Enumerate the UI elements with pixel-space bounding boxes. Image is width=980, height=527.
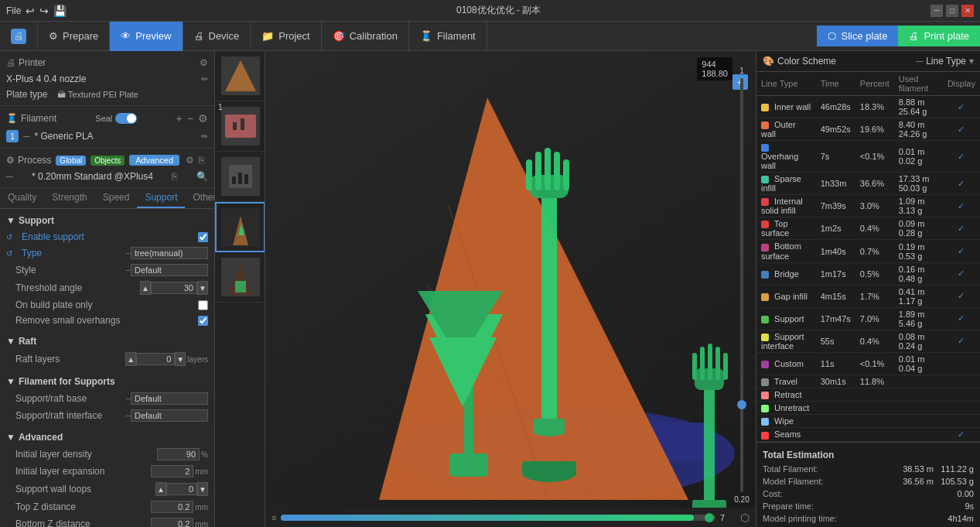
raft-increase-button[interactable]: ▼: [175, 352, 186, 366]
svg-rect-56: [708, 344, 712, 380]
profile-copy-icon[interactable]: ⎘: [172, 171, 177, 182]
slider-track[interactable]: [740, 78, 743, 492]
vertical-slider[interactable]: 1 0.20: [734, 67, 750, 504]
progress-thumb[interactable]: [705, 513, 714, 522]
threshold-decrease-button[interactable]: ▲: [140, 281, 151, 295]
model-printing-row: Model printing time: 4h14m: [763, 512, 974, 525]
close-button[interactable]: ✕: [961, 5, 974, 17]
advanced-toggle[interactable]: Advanced: [129, 155, 179, 166]
row-percent-6: 0.7%: [855, 240, 894, 262]
support-raft-interface-select[interactable]: Default: [131, 409, 208, 422]
row-filament-3: 17.33 m 50.03 g: [894, 173, 943, 195]
thumbnail-5[interactable]: [215, 252, 265, 303]
loops-decrease-button[interactable]: ▲: [155, 482, 166, 496]
initial-layer-expansion-input[interactable]: [151, 465, 193, 477]
row-time-16: [816, 428, 855, 442]
global-tag[interactable]: Global: [56, 156, 86, 166]
thumbnail-3[interactable]: [215, 152, 265, 202]
nav-home[interactable]: 🖨: [0, 22, 38, 51]
layers-icon[interactable]: ⬡: [740, 512, 750, 524]
file-menu[interactable]: File: [6, 5, 21, 16]
device-label: Device: [209, 30, 240, 42]
filament-item-edit-icon[interactable]: ✏: [201, 132, 208, 142]
process-settings-icon[interactable]: ⚙: [186, 155, 194, 166]
adv-expand-icon[interactable]: ▼: [6, 432, 15, 443]
expand-icon[interactable]: ▼: [6, 215, 15, 226]
slice-plate-button[interactable]: ⬡ Slice plate: [817, 26, 898, 46]
style-select[interactable]: Default: [131, 264, 208, 276]
undo-btn[interactable]: ↩: [26, 5, 35, 17]
color-row-3: Sparse infill 1h33m 36.6% 17.33 m 50.03 …: [756, 173, 980, 195]
svg-rect-52: [704, 384, 715, 508]
maximize-button[interactable]: □: [946, 5, 958, 17]
row-display-7: ✓: [943, 262, 980, 285]
objects-tag[interactable]: Objects: [90, 156, 125, 166]
enable-support-checkbox[interactable]: [198, 232, 208, 242]
thumbnail-4[interactable]: [215, 202, 265, 252]
preview-label: Preview: [135, 30, 171, 42]
raft-expand-icon[interactable]: ▼: [6, 336, 15, 347]
row-name-7: Bridge: [756, 262, 816, 285]
nav-device[interactable]: 🖨 Device: [183, 22, 251, 51]
print-plate-label: Print plate: [924, 30, 969, 42]
filament-header-row: 🧵 Filament Seal + − ⚙: [6, 109, 208, 128]
printer-name-row: X-Plus 4 0.4 nozzle ✏: [6, 71, 208, 87]
printer-settings-icon[interactable]: ⚙: [200, 57, 208, 68]
tab-speed[interactable]: Speed: [95, 188, 138, 208]
threshold-angle-input[interactable]: [151, 282, 197, 294]
svg-rect-55: [700, 347, 705, 380]
row-name-13: Retract: [756, 388, 816, 401]
viewport[interactable]: 944 188.80 + 1 0.20 ≡ 7 ⬡: [265, 51, 756, 527]
thumbnail-1[interactable]: [215, 51, 265, 101]
color-row-11: Custom 11s <0.1% 0.01 m 0.04 g: [756, 352, 980, 375]
fil-sup-expand-icon[interactable]: ▼: [6, 376, 15, 387]
filament-settings-button[interactable]: ⚙: [198, 112, 208, 125]
support-wall-loops-input[interactable]: [166, 483, 197, 495]
row-filament-12: [894, 375, 943, 388]
row-percent-5: 0.4%: [855, 217, 894, 240]
support-raft-base-select[interactable]: Default: [131, 392, 208, 405]
initial-layer-density-input[interactable]: [157, 448, 200, 460]
nav-prepare[interactable]: ⚙ Prepare: [38, 22, 110, 51]
printer-edit-icon[interactable]: ✏: [201, 74, 208, 84]
row-time-6: 1m40s: [816, 240, 855, 262]
threshold-increase-button[interactable]: ▼: [197, 281, 208, 295]
slider-thumb[interactable]: [737, 400, 746, 409]
tab-support[interactable]: Support: [137, 188, 185, 208]
tab-others[interactable]: Others: [185, 188, 215, 208]
color-row-15: Wipe: [756, 414, 980, 427]
tab-quality[interactable]: Quality: [0, 188, 44, 208]
row-percent-4: 3.0%: [855, 195, 894, 217]
progress-container[interactable]: [281, 515, 715, 521]
save-btn[interactable]: 💾: [53, 5, 67, 17]
profile-search-icon[interactable]: 🔍: [196, 171, 208, 182]
type-select[interactable]: tree(manual): [131, 247, 208, 259]
svg-rect-43: [526, 159, 532, 190]
on-build-plate-checkbox[interactable]: [198, 300, 208, 310]
bottom-z-distance-input[interactable]: [151, 518, 193, 527]
app-logo: 🖨: [11, 29, 26, 44]
nav-preview[interactable]: 👁 Preview: [110, 22, 183, 51]
remove-small-checkbox[interactable]: [198, 316, 208, 326]
top-z-distance-label: Top Z distance: [6, 501, 151, 512]
prepare-time-value: 9s: [965, 501, 974, 511]
filament-remove-button[interactable]: −: [187, 112, 193, 125]
minimize-button[interactable]: ─: [930, 5, 943, 17]
top-z-distance-input[interactable]: [151, 501, 193, 513]
loops-increase-button[interactable]: ▼: [197, 482, 208, 496]
row-name-12: Travel: [756, 375, 816, 388]
raft-decrease-button[interactable]: ▲: [125, 352, 136, 366]
thumbnail-2[interactable]: 1: [215, 101, 265, 152]
filament-add-button[interactable]: +: [176, 112, 183, 125]
raft-layers-input[interactable]: [136, 353, 175, 365]
build-plate-row: On build plate only: [6, 297, 208, 313]
nav-calibration[interactable]: 🎯 Calibration: [322, 22, 409, 51]
redo-btn[interactable]: ↪: [39, 5, 49, 17]
print-plate-button[interactable]: 🖨 Print plate: [898, 26, 980, 46]
process-copy-icon[interactable]: ⎘: [199, 155, 204, 166]
nav-project[interactable]: 📁 Project: [251, 22, 321, 51]
prepare-icon: ⚙: [49, 30, 58, 42]
tab-strength[interactable]: Strength: [44, 188, 94, 208]
seal-toggle[interactable]: [115, 113, 137, 124]
nav-filament[interactable]: 🧵 Filament: [409, 22, 487, 51]
